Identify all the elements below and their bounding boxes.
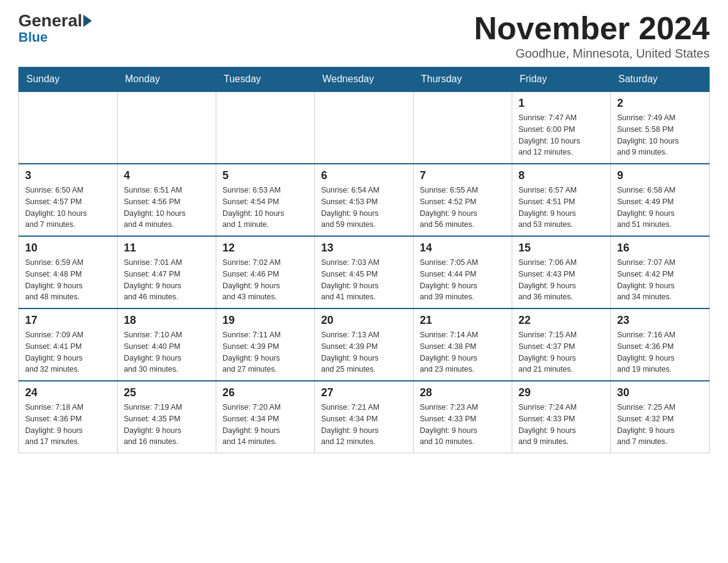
table-row: 29Sunrise: 7:24 AM Sunset: 4:33 PM Dayli… (512, 381, 611, 453)
col-thursday: Thursday (414, 67, 512, 92)
day-info: Sunrise: 6:55 AM Sunset: 4:52 PM Dayligh… (420, 185, 506, 231)
day-number: 16 (617, 242, 703, 255)
table-row: 8Sunrise: 6:57 AM Sunset: 4:51 PM Daylig… (512, 164, 611, 236)
table-row: 25Sunrise: 7:19 AM Sunset: 4:35 PM Dayli… (118, 381, 216, 453)
day-number: 14 (420, 242, 506, 255)
day-info: Sunrise: 6:57 AM Sunset: 4:51 PM Dayligh… (518, 185, 604, 231)
day-info: Sunrise: 7:06 AM Sunset: 4:43 PM Dayligh… (518, 257, 604, 303)
day-info: Sunrise: 6:51 AM Sunset: 4:56 PM Dayligh… (124, 185, 210, 231)
table-row: 21Sunrise: 7:14 AM Sunset: 4:38 PM Dayli… (414, 308, 512, 381)
day-info: Sunrise: 7:18 AM Sunset: 4:36 PM Dayligh… (25, 402, 111, 448)
day-number: 13 (321, 242, 407, 255)
col-tuesday: Tuesday (216, 67, 315, 92)
day-info: Sunrise: 7:19 AM Sunset: 4:35 PM Dayligh… (124, 402, 210, 448)
table-row: 15Sunrise: 7:06 AM Sunset: 4:43 PM Dayli… (512, 236, 611, 308)
table-row: 2Sunrise: 7:49 AM Sunset: 5:58 PM Daylig… (611, 91, 710, 164)
table-row: 4Sunrise: 6:51 AM Sunset: 4:56 PM Daylig… (118, 164, 216, 236)
day-number: 22 (518, 314, 604, 327)
day-number: 20 (321, 314, 407, 327)
day-number: 1 (518, 97, 604, 110)
day-number: 17 (25, 314, 111, 327)
table-row: 3Sunrise: 6:50 AM Sunset: 4:57 PM Daylig… (19, 164, 118, 236)
day-info: Sunrise: 7:05 AM Sunset: 4:44 PM Dayligh… (420, 257, 506, 303)
table-row: 13Sunrise: 7:03 AM Sunset: 4:45 PM Dayli… (315, 236, 414, 308)
day-number: 12 (222, 242, 308, 255)
title-area: November 2024 Goodhue, Minnesota, United… (474, 12, 710, 61)
day-info: Sunrise: 7:11 AM Sunset: 4:39 PM Dayligh… (222, 329, 308, 375)
day-number: 21 (420, 314, 506, 327)
table-row: 7Sunrise: 6:55 AM Sunset: 4:52 PM Daylig… (414, 164, 512, 236)
calendar-week-row: 1Sunrise: 7:47 AM Sunset: 6:00 PM Daylig… (19, 91, 710, 164)
day-info: Sunrise: 7:20 AM Sunset: 4:34 PM Dayligh… (222, 402, 308, 448)
day-info: Sunrise: 6:54 AM Sunset: 4:53 PM Dayligh… (321, 185, 407, 231)
day-info: Sunrise: 7:03 AM Sunset: 4:45 PM Dayligh… (321, 257, 407, 303)
logo-general: General (18, 12, 92, 29)
table-row: 12Sunrise: 7:02 AM Sunset: 4:46 PM Dayli… (216, 236, 315, 308)
day-info: Sunrise: 7:15 AM Sunset: 4:37 PM Dayligh… (518, 329, 604, 375)
table-row (315, 91, 414, 164)
col-wednesday: Wednesday (315, 67, 414, 92)
day-number: 6 (321, 169, 407, 182)
day-number: 10 (25, 242, 111, 255)
table-row: 27Sunrise: 7:21 AM Sunset: 4:34 PM Dayli… (315, 381, 414, 453)
day-info: Sunrise: 7:14 AM Sunset: 4:38 PM Dayligh… (420, 329, 506, 375)
day-number: 26 (222, 386, 308, 399)
table-row: 28Sunrise: 7:23 AM Sunset: 4:33 PM Dayli… (414, 381, 512, 453)
col-monday: Monday (118, 67, 216, 92)
table-row: 14Sunrise: 7:05 AM Sunset: 4:44 PM Dayli… (414, 236, 512, 308)
day-info: Sunrise: 7:49 AM Sunset: 5:58 PM Dayligh… (617, 112, 703, 158)
day-number: 19 (222, 314, 308, 327)
day-number: 8 (518, 169, 604, 182)
day-number: 24 (25, 386, 111, 399)
day-info: Sunrise: 7:25 AM Sunset: 4:32 PM Dayligh… (617, 402, 703, 448)
table-row: 18Sunrise: 7:10 AM Sunset: 4:40 PM Dayli… (118, 308, 216, 381)
calendar-week-row: 3Sunrise: 6:50 AM Sunset: 4:57 PM Daylig… (19, 164, 710, 236)
day-info: Sunrise: 6:59 AM Sunset: 4:48 PM Dayligh… (25, 257, 111, 303)
page-header: General Blue November 2024 Goodhue, Minn… (18, 12, 710, 61)
day-info: Sunrise: 7:16 AM Sunset: 4:36 PM Dayligh… (617, 329, 703, 375)
day-number: 3 (25, 169, 111, 182)
day-info: Sunrise: 7:01 AM Sunset: 4:47 PM Dayligh… (124, 257, 210, 303)
table-row: 16Sunrise: 7:07 AM Sunset: 4:42 PM Dayli… (611, 236, 710, 308)
table-row: 1Sunrise: 7:47 AM Sunset: 6:00 PM Daylig… (512, 91, 611, 164)
table-row (414, 91, 512, 164)
table-row (19, 91, 118, 164)
month-title: November 2024 (474, 12, 710, 44)
table-row: 5Sunrise: 6:53 AM Sunset: 4:54 PM Daylig… (216, 164, 315, 236)
day-info: Sunrise: 7:47 AM Sunset: 6:00 PM Dayligh… (518, 112, 604, 158)
logo-blue: Blue (18, 31, 48, 44)
table-row (118, 91, 216, 164)
day-number: 2 (617, 97, 703, 110)
col-saturday: Saturday (611, 67, 710, 92)
day-info: Sunrise: 7:24 AM Sunset: 4:33 PM Dayligh… (518, 402, 604, 448)
day-number: 25 (124, 386, 210, 399)
table-row: 19Sunrise: 7:11 AM Sunset: 4:39 PM Dayli… (216, 308, 315, 381)
table-row: 20Sunrise: 7:13 AM Sunset: 4:39 PM Dayli… (315, 308, 414, 381)
logo-arrow-icon (83, 15, 92, 27)
day-number: 23 (617, 314, 703, 327)
day-number: 9 (617, 169, 703, 182)
table-row: 10Sunrise: 6:59 AM Sunset: 4:48 PM Dayli… (19, 236, 118, 308)
day-info: Sunrise: 6:53 AM Sunset: 4:54 PM Dayligh… (222, 185, 308, 231)
table-row: 11Sunrise: 7:01 AM Sunset: 4:47 PM Dayli… (118, 236, 216, 308)
day-number: 11 (124, 242, 210, 255)
table-row: 30Sunrise: 7:25 AM Sunset: 4:32 PM Dayli… (611, 381, 710, 453)
day-number: 27 (321, 386, 407, 399)
table-row: 9Sunrise: 6:58 AM Sunset: 4:49 PM Daylig… (611, 164, 710, 236)
table-row: 17Sunrise: 7:09 AM Sunset: 4:41 PM Dayli… (19, 308, 118, 381)
table-row: 23Sunrise: 7:16 AM Sunset: 4:36 PM Dayli… (611, 308, 710, 381)
calendar-header-row: Sunday Monday Tuesday Wednesday Thursday… (19, 67, 710, 92)
table-row: 26Sunrise: 7:20 AM Sunset: 4:34 PM Dayli… (216, 381, 315, 453)
day-number: 18 (124, 314, 210, 327)
day-number: 29 (518, 386, 604, 399)
day-info: Sunrise: 7:07 AM Sunset: 4:42 PM Dayligh… (617, 257, 703, 303)
day-info: Sunrise: 7:02 AM Sunset: 4:46 PM Dayligh… (222, 257, 308, 303)
day-info: Sunrise: 6:58 AM Sunset: 4:49 PM Dayligh… (617, 185, 703, 231)
day-number: 7 (420, 169, 506, 182)
day-info: Sunrise: 6:50 AM Sunset: 4:57 PM Dayligh… (25, 185, 111, 231)
calendar-table: Sunday Monday Tuesday Wednesday Thursday… (18, 67, 710, 453)
day-info: Sunrise: 7:10 AM Sunset: 4:40 PM Dayligh… (124, 329, 210, 375)
day-number: 28 (420, 386, 506, 399)
day-info: Sunrise: 7:21 AM Sunset: 4:34 PM Dayligh… (321, 402, 407, 448)
location-title: Goodhue, Minnesota, United States (474, 47, 710, 61)
